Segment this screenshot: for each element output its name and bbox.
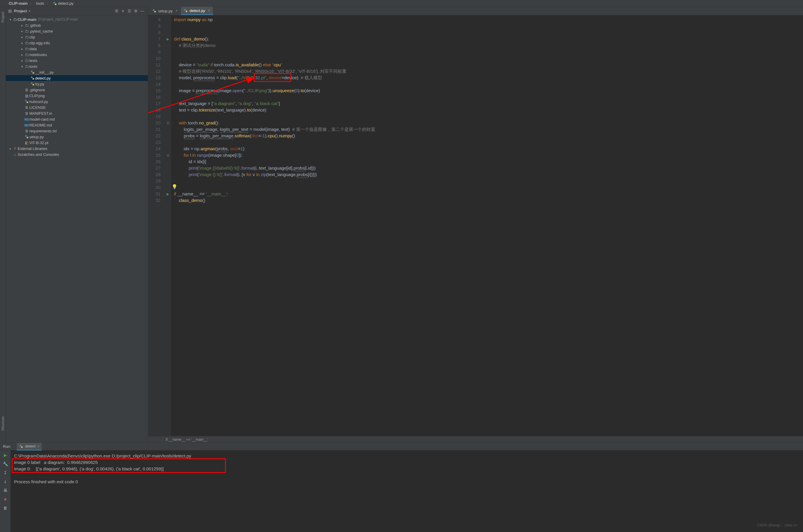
run-label: Run:: [3, 444, 17, 449]
tree-item-setup.py[interactable]: setup.py: [6, 134, 148, 140]
trash-icon[interactable]: 🗑: [3, 506, 7, 510]
close-icon[interactable]: ×: [37, 444, 40, 449]
gutter-markers[interactable]: ▶⊟⊟▶: [165, 15, 171, 436]
lightbulb-icon[interactable]: 💡: [172, 184, 177, 190]
tree-external-libraries[interactable]: ▸⫴External Libraries: [6, 146, 148, 151]
tree-item-clip[interactable]: ▸ 🗀 clip: [6, 34, 148, 40]
svg-rect-17: [20, 444, 21, 446]
run-tab-label: detect: [25, 444, 35, 449]
chevron-right-icon: 〉: [29, 1, 35, 6]
svg-rect-0: [53, 2, 55, 3]
editor-breadcrumb[interactable]: if __name__ == '__main__': [148, 436, 803, 442]
svg-rect-15: [186, 11, 187, 12]
chevron-right-icon: 〉: [45, 1, 52, 6]
svg-rect-8: [25, 100, 27, 101]
svg-rect-7: [33, 84, 34, 86]
step-down-icon[interactable]: ↧: [3, 470, 7, 475]
tree-item-.github[interactable]: ▸ 🗀 .github: [6, 22, 148, 28]
tree-item-clip.egg-info[interactable]: ▸ 🗀 clip.egg-info: [6, 40, 148, 46]
toolwindow-structure[interactable]: Structure: [1, 416, 5, 431]
run-console[interactable]: C:\ProgramData\Anaconda3\envs\clip\pytho…: [11, 451, 803, 532]
chevron-down-icon[interactable]: ▾: [27, 10, 30, 13]
tree-item-model-card.md[interactable]: MD model-card.md: [6, 116, 148, 122]
tree-item-CLIP.png[interactable]: ▦ CLIP.png: [6, 93, 148, 99]
tree-item-.gitignore[interactable]: 🗎 .gitignore: [6, 87, 148, 93]
close-icon[interactable]: ×: [174, 9, 177, 13]
tree-scratches[interactable]: ☼Scratches and Consoles: [6, 151, 148, 157]
tree-item-tests[interactable]: ▸ 🗀 tests: [6, 58, 148, 63]
tab-setup.py[interactable]: setup.py×: [149, 7, 181, 15]
python-icon: [19, 444, 23, 449]
tree-item-try.py[interactable]: try.py: [6, 81, 148, 87]
tree-item-LICENSE[interactable]: 🗎 LICENSE: [6, 104, 148, 110]
breadcrumb-folder[interactable]: tools: [36, 1, 44, 5]
print-icon[interactable]: 🖶: [3, 488, 7, 493]
tree-item-MANIFEST.in[interactable]: 🗎 MANIFEST.in: [6, 110, 148, 116]
tree-root[interactable]: ▾🗀CLIP-mainD:\project_clip\CLIP-main: [6, 16, 148, 22]
run-header: Run: detect ×: [0, 443, 803, 451]
console-line: [14, 472, 800, 479]
left-toolwindow-bar: Project Structure: [0, 7, 6, 442]
tree-item-detect.py[interactable]: detect.py: [6, 75, 148, 81]
run-toolbar: ▶ 🔧 ↧ ⤓ 🖶 ■ 🗑: [0, 451, 11, 532]
svg-rect-9: [27, 101, 28, 103]
run-tab-detect[interactable]: detect ×: [17, 443, 42, 451]
tab-detect.py[interactable]: detect.py×: [181, 7, 213, 15]
svg-rect-10: [25, 135, 27, 136]
svg-rect-5: [33, 78, 34, 79]
editor-breadcrumb-text: if __name__ == '__main__': [166, 438, 208, 442]
tree-item-ViT-B-32.pt[interactable]: ◧ ViT-B-32.pt: [6, 140, 148, 146]
code-content[interactable]: import numpy as np def class_demo(): # 测…: [171, 15, 375, 436]
python-icon: [53, 1, 57, 5]
tree-item-requirements.txt[interactable]: 🗎 requirements.txt: [6, 128, 148, 134]
gutter-line-numbers: 4567891011121314151617181920212223242526…: [148, 15, 165, 436]
toggle-tools-icon[interactable]: 🔧: [3, 461, 8, 466]
close-icon[interactable]: ×: [207, 8, 210, 13]
rerun-icon[interactable]: ▶: [4, 453, 7, 457]
folder-icon: ▤: [8, 9, 12, 13]
svg-rect-14: [184, 9, 186, 11]
toolwindow-project[interactable]: Project: [1, 12, 5, 23]
svg-rect-3: [33, 72, 34, 74]
tree-item-data[interactable]: ▸ 🗀 data: [6, 46, 148, 52]
target-icon[interactable]: ⦿: [113, 9, 120, 13]
tree-item-__init__.py[interactable]: __init__.py: [6, 69, 148, 75]
tree-item-tools[interactable]: ▾ 🗀 tools: [6, 63, 148, 69]
svg-rect-12: [153, 10, 154, 11]
svg-rect-6: [31, 82, 33, 83]
tree-item-notebooks[interactable]: ▸ 🗀 notebooks: [6, 52, 148, 58]
svg-rect-18: [21, 446, 23, 448]
tree-item-.pytest_cache[interactable]: ▸ 🗀 .pytest_cache: [6, 28, 148, 34]
editor-tabs: setup.py× detect.py×: [148, 7, 803, 15]
minimize-icon[interactable]: —: [139, 9, 146, 13]
watermark: CSDN @tangc... znwx.cn: [757, 523, 797, 527]
breadcrumb-file[interactable]: detect.py: [58, 1, 74, 5]
console-line: Process finished with exit code 0: [14, 479, 800, 485]
svg-rect-1: [55, 3, 56, 5]
svg-rect-2: [31, 71, 33, 72]
project-toolwindow: ▤ Project ▾ ⦿ ≡ ☰ ⚙ — ▾🗀CLIP-mainD:\proj…: [6, 7, 148, 442]
editor-area: setup.py× detect.py× 4567891011121314151…: [148, 7, 803, 442]
project-title[interactable]: Project: [12, 9, 27, 13]
breadcrumb: CLIP-main 〉 tools 〉 detect.py: [0, 0, 803, 7]
highlight-box-console-output: [12, 458, 226, 473]
code-editor[interactable]: 4567891011121314151617181920212223242526…: [148, 15, 803, 436]
expand-all-icon[interactable]: ≡: [120, 9, 126, 13]
svg-rect-13: [154, 11, 156, 12]
scroll-to-end-icon[interactable]: ⤓: [3, 479, 7, 484]
run-toolwindow: Run: detect × ▶ 🔧 ↧ ⤓ 🖶 ■ 🗑 C:\ProgramDa…: [0, 442, 803, 532]
project-header: ▤ Project ▾ ⦿ ≡ ☰ ⚙ —: [6, 7, 148, 15]
stop-icon[interactable]: ■: [4, 497, 6, 501]
gear-icon[interactable]: ⚙: [133, 9, 139, 13]
project-tree[interactable]: ▾🗀CLIP-mainD:\project_clip\CLIP-main ▸ 🗀…: [6, 15, 148, 442]
svg-rect-11: [27, 137, 28, 138]
collapse-all-icon[interactable]: ☰: [126, 9, 133, 13]
svg-rect-4: [31, 76, 33, 78]
breadcrumb-project[interactable]: CLIP-main: [9, 1, 27, 5]
tree-item-hubconf.py[interactable]: hubconf.py: [6, 99, 148, 104]
tree-item-README.md[interactable]: MD README.md: [6, 122, 148, 128]
